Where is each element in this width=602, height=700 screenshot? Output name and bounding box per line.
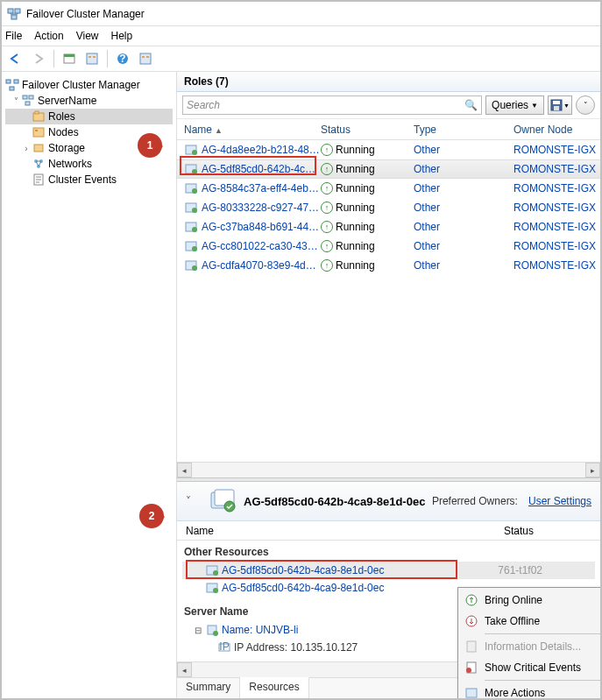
menu-help[interactable]: Help bbox=[111, 30, 133, 42]
menu-action[interactable]: Action bbox=[34, 30, 63, 42]
svg-rect-15 bbox=[10, 87, 14, 90]
search-icon[interactable]: 🔍 bbox=[464, 99, 478, 111]
role-status: ↑Running bbox=[321, 221, 414, 233]
col-type[interactable]: Type bbox=[414, 124, 513, 136]
role-type: Other bbox=[414, 144, 513, 156]
svg-rect-2 bbox=[11, 15, 17, 19]
group-other-resources: Other Resources bbox=[182, 542, 595, 562]
running-icon: ↑ bbox=[321, 240, 333, 252]
role-type: Other bbox=[414, 202, 513, 214]
chevron-down-icon[interactable]: ˅ bbox=[186, 495, 202, 507]
running-icon: ↑ bbox=[321, 259, 333, 272]
detail-header: ˅ AG-5df85cd0-642b-4ca9-8e1d-0ec7... Pre… bbox=[177, 482, 600, 521]
svg-rect-14 bbox=[14, 80, 18, 83]
search-input[interactable]: Search 🔍 bbox=[182, 95, 482, 115]
role-owner: ROMONSTE-IGX bbox=[513, 221, 600, 233]
table-row[interactable]: AG-8584c37a-eff4-4ebd-...↑RunningOtherRO… bbox=[177, 179, 600, 198]
toolbar-btn-3[interactable] bbox=[135, 48, 156, 69]
table-row[interactable]: AG-5df85cd0-642b-4ca9...↑RunningOtherROM… bbox=[177, 159, 600, 179]
svg-point-53 bbox=[213, 631, 218, 636]
collapse-icon[interactable]: ˅ bbox=[11, 96, 21, 106]
ip-icon: IP bbox=[217, 640, 231, 654]
tab-summary[interactable]: Summary bbox=[177, 678, 240, 698]
running-icon: ↑ bbox=[321, 163, 333, 175]
resource-icon bbox=[205, 581, 219, 595]
role-status: ↑Running bbox=[321, 182, 414, 194]
menu-more-actions[interactable]: More Actions ▶ bbox=[460, 682, 602, 700]
toolbar: ? bbox=[2, 46, 600, 72]
role-name: AG-80333228-c927-476... bbox=[202, 202, 321, 214]
role-name: AG-cc801022-ca30-439... bbox=[202, 240, 321, 252]
tree-root[interactable]: Failover Cluster Manager bbox=[5, 77, 173, 93]
collapse-icon[interactable]: ⊟ bbox=[195, 626, 205, 635]
menu-file[interactable]: File bbox=[5, 30, 22, 42]
col-status[interactable]: Status bbox=[321, 124, 414, 136]
svg-rect-23 bbox=[34, 145, 43, 152]
tab-resources[interactable]: Resources bbox=[240, 677, 308, 698]
tree-item-networks[interactable]: Networks bbox=[5, 156, 173, 172]
svg-point-49 bbox=[213, 570, 218, 576]
table-row[interactable]: AG-cdfa4070-83e9-4d04...↑RunningOtherROM… bbox=[177, 256, 600, 275]
menu-critical-events[interactable]: Show Critical Events bbox=[460, 657, 602, 678]
role-type: Other bbox=[414, 163, 513, 175]
roles-icon bbox=[32, 110, 46, 124]
svg-point-44 bbox=[192, 265, 197, 271]
col-name[interactable]: Name▲ bbox=[184, 124, 321, 136]
running-icon: ↑ bbox=[321, 144, 333, 156]
svg-point-38 bbox=[192, 208, 197, 213]
svg-point-32 bbox=[192, 150, 197, 155]
role-name: AG-8584c37a-eff4-4ebd-... bbox=[202, 182, 321, 194]
svg-rect-61 bbox=[466, 689, 477, 697]
col-owner[interactable]: Owner Node bbox=[513, 124, 600, 136]
role-status: ↑Running bbox=[321, 163, 414, 175]
roles-grid: AG-4da8ee2b-b218-48e...↑RunningOtherROMO… bbox=[177, 140, 600, 275]
search-bar: Search 🔍 Queries▼ ▼ ˅ bbox=[177, 92, 600, 119]
svg-rect-20 bbox=[35, 111, 39, 114]
h-scrollbar[interactable]: ◂ ▸ bbox=[177, 462, 600, 477]
navigation-tree[interactable]: Failover Cluster Manager ˅ ServerName Ro… bbox=[2, 72, 177, 698]
role-owner: ROMONSTE-IGX bbox=[513, 182, 600, 194]
svg-rect-0 bbox=[8, 9, 13, 13]
svg-point-34 bbox=[192, 169, 197, 174]
preferred-owners-label: Preferred Owners: bbox=[432, 495, 518, 507]
menu-bring-online[interactable]: Bring Online bbox=[460, 590, 602, 611]
scroll-right-icon[interactable]: ▸ bbox=[585, 463, 600, 477]
resource-row[interactable]: AG-5df85cd0-642b-4ca9-8e1d-0ec 761-t1f02 bbox=[182, 562, 595, 579]
tree-server[interactable]: ˅ ServerName bbox=[5, 93, 173, 109]
role-status: ↑Running bbox=[321, 259, 414, 272]
tree-item-roles[interactable]: Roles bbox=[5, 109, 173, 124]
toolbar-btn-1[interactable] bbox=[59, 48, 80, 69]
table-row[interactable]: AG-cc801022-ca30-439...↑RunningOtherROMO… bbox=[177, 237, 600, 256]
callout-1: 1 bbox=[138, 133, 162, 158]
toolbar-btn-2[interactable] bbox=[81, 48, 103, 69]
role-type: Other bbox=[414, 182, 513, 194]
table-row[interactable]: AG-c37ba848-b691-44b...↑RunningOtherROMO… bbox=[177, 217, 600, 237]
sort-asc-icon: ▲ bbox=[215, 126, 223, 135]
menu-view[interactable]: View bbox=[76, 30, 99, 42]
role-name: AG-cdfa4070-83e9-4d04... bbox=[202, 259, 321, 272]
save-button[interactable]: ▼ bbox=[548, 95, 572, 115]
forward-button[interactable] bbox=[28, 48, 49, 69]
role-owner: ROMONSTE-IGX bbox=[513, 202, 600, 214]
svg-point-42 bbox=[192, 246, 197, 251]
role-status: ↑Running bbox=[321, 202, 414, 214]
svg-point-60 bbox=[466, 668, 471, 673]
running-icon: ↑ bbox=[321, 202, 333, 214]
table-row[interactable]: AG-4da8ee2b-b218-48e...↑RunningOtherROMO… bbox=[177, 140, 600, 159]
user-settings-link[interactable]: User Settings bbox=[528, 495, 591, 507]
queries-button[interactable]: Queries▼ bbox=[485, 95, 544, 115]
events-icon bbox=[32, 173, 46, 187]
expand-icon[interactable]: › bbox=[21, 144, 32, 153]
expand-button[interactable]: ˅ bbox=[576, 95, 595, 115]
back-button[interactable] bbox=[5, 48, 26, 69]
scroll-left-icon[interactable]: ◂ bbox=[177, 463, 192, 477]
app-icon bbox=[7, 7, 21, 21]
menu-take-offline[interactable]: Take Offline bbox=[460, 611, 602, 632]
svg-rect-58 bbox=[467, 641, 476, 652]
tree-item-cluster-events[interactable]: Cluster Events bbox=[5, 172, 173, 187]
svg-point-40 bbox=[192, 227, 197, 232]
help-button[interactable]: ? bbox=[112, 48, 133, 69]
svg-rect-30 bbox=[554, 106, 559, 110]
table-row[interactable]: AG-80333228-c927-476...↑RunningOtherROMO… bbox=[177, 198, 600, 217]
resource-icon bbox=[205, 563, 219, 577]
